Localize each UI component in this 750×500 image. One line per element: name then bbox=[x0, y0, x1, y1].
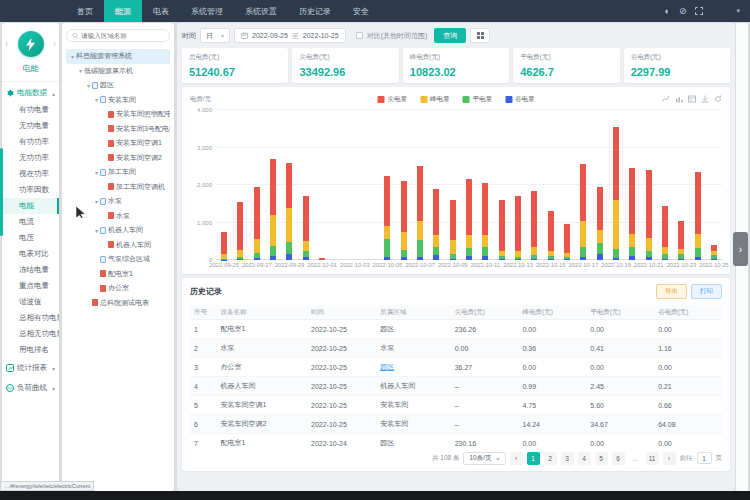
toolbox-save-image-icon[interactable] bbox=[701, 95, 709, 103]
toolbox-data-view-icon[interactable] bbox=[688, 95, 696, 103]
sidebar-item-7[interactable]: 电流 bbox=[2, 214, 59, 230]
page-button-3[interactable]: 3 bbox=[561, 452, 574, 465]
nav-tab-4[interactable]: 系统设置 bbox=[234, 0, 288, 22]
page-button-11[interactable]: 11 bbox=[646, 452, 659, 465]
stacked-bar-2022-09-29[interactable] bbox=[286, 163, 292, 261]
nav-tab-1[interactable]: 能源 bbox=[104, 0, 142, 22]
view-toggle-button[interactable] bbox=[470, 28, 490, 43]
sidebar-item-report[interactable]: 统计报表 ▾ bbox=[2, 358, 59, 378]
tree-node-5[interactable]: 安装车间3号配电机床 bbox=[66, 122, 170, 137]
stacked-bar-2022-10-17[interactable] bbox=[580, 164, 586, 260]
stacked-bar-2022-10-20[interactable] bbox=[629, 168, 635, 260]
sidebar-item-4[interactable]: 视在功率 bbox=[2, 166, 59, 182]
stacked-bar-2022-10-06[interactable] bbox=[401, 181, 407, 260]
page-button-5[interactable]: 5 bbox=[595, 452, 608, 465]
table-cell[interactable]: 园区 bbox=[376, 362, 450, 372]
tree-node-9[interactable]: 加工车间空调机 bbox=[66, 180, 170, 195]
sidebar-item-2[interactable]: 有功功率 bbox=[2, 134, 59, 150]
page-button-2[interactable]: 2 bbox=[544, 452, 557, 465]
sidebar-scrollbar-thumb[interactable] bbox=[0, 148, 3, 236]
next-page-button[interactable]: › bbox=[663, 452, 676, 465]
sidebar-item-10[interactable]: 冻结电量 bbox=[2, 262, 59, 278]
sidebar-item-1[interactable]: 无功电量 bbox=[2, 118, 59, 134]
sidebar-item-13[interactable]: 总相有功电量 bbox=[2, 310, 59, 326]
stacked-bar-2022-10-22[interactable] bbox=[662, 206, 668, 260]
legend-item-2[interactable]: 平电量 bbox=[463, 95, 493, 104]
stacked-bar-2022-10-01[interactable] bbox=[319, 258, 325, 260]
stacked-bar-2022-09-28[interactable] bbox=[270, 159, 276, 260]
date-range-picker[interactable]: 2022-09-25 至 2022-10-25 bbox=[234, 28, 346, 43]
legend-item-0[interactable]: 尖电量 bbox=[378, 95, 408, 104]
stacked-bar-2022-10-12[interactable] bbox=[499, 200, 505, 260]
tree-node-0[interactable]: ▾科恩能源管理系统 bbox=[66, 49, 170, 64]
nav-tab-6[interactable]: 安全 bbox=[342, 0, 380, 22]
stacked-bar-2022-09-30[interactable] bbox=[303, 196, 309, 260]
sidebar-item-8[interactable]: 电压 bbox=[2, 230, 59, 246]
tree-node-8[interactable]: ▾加工车间 bbox=[66, 165, 170, 180]
stacked-bar-2022-10-19[interactable] bbox=[613, 127, 619, 260]
tree-node-6[interactable]: 安装车间空调1 bbox=[66, 136, 170, 151]
theme-icon[interactable]: ◐ bbox=[665, 7, 670, 16]
sidebar-item-load-curve[interactable]: 负荷曲线 ▾ bbox=[2, 378, 59, 398]
tree-node-14[interactable]: 气泵综合区域 bbox=[66, 252, 170, 267]
stacked-bar-2022-10-13[interactable] bbox=[515, 196, 521, 260]
language-icon[interactable]: ⊘ bbox=[679, 7, 687, 16]
toolbox-line-chart-icon[interactable] bbox=[662, 95, 670, 103]
stacked-bar-2022-09-27[interactable] bbox=[254, 187, 260, 260]
fullscreen-icon[interactable] bbox=[695, 7, 703, 15]
stacked-bar-2022-10-08[interactable] bbox=[433, 189, 439, 260]
sidebar-item-14[interactable]: 总相无功电量 bbox=[2, 326, 59, 342]
stacked-bar-2022-09-25[interactable] bbox=[221, 232, 227, 260]
stacked-bar-2022-10-14[interactable] bbox=[531, 191, 537, 260]
sidebar-section-energy-data[interactable]: 电能数据 ▴ bbox=[2, 82, 59, 102]
module-prev-icon[interactable]: ‹ bbox=[5, 39, 8, 49]
page-button-4[interactable]: 4 bbox=[578, 452, 591, 465]
stacked-bar-2022-10-09[interactable] bbox=[450, 200, 456, 260]
stacked-bar-2022-10-21[interactable] bbox=[646, 170, 652, 260]
tree-node-17[interactable]: 总科院测试电表 bbox=[66, 296, 170, 311]
user-menu-caret-icon[interactable]: ▾ bbox=[736, 7, 740, 15]
stacked-bar-2022-10-15[interactable] bbox=[548, 211, 554, 260]
query-button[interactable]: 查询 bbox=[434, 28, 466, 43]
sidebar-item-0[interactable]: 有功电量 bbox=[2, 102, 59, 118]
page-button-1[interactable]: 1 bbox=[527, 452, 540, 465]
granularity-select[interactable]: 日 ▾ bbox=[200, 28, 230, 43]
goto-page-input[interactable] bbox=[697, 452, 712, 464]
sidebar-item-6[interactable]: 电能 bbox=[2, 198, 59, 214]
tree-node-1[interactable]: ▾低碳能源展示机 bbox=[66, 64, 170, 79]
stacked-bar-2022-10-05[interactable] bbox=[384, 176, 390, 260]
page-button-6[interactable]: 6 bbox=[612, 452, 625, 465]
stacked-bar-2022-10-18[interactable] bbox=[597, 187, 603, 260]
nav-tab-5[interactable]: 历史记录 bbox=[288, 0, 342, 22]
tree-node-2[interactable]: ▾园区 bbox=[66, 78, 170, 93]
sidebar-item-5[interactable]: 功率因数 bbox=[2, 182, 59, 198]
nav-tab-2[interactable]: 电表 bbox=[142, 0, 180, 22]
nav-tab-0[interactable]: 首页 bbox=[66, 0, 104, 22]
module-next-icon[interactable]: › bbox=[53, 39, 56, 49]
stacked-bar-2022-10-23[interactable] bbox=[678, 221, 684, 260]
print-button[interactable]: 打印 bbox=[691, 284, 722, 299]
compare-checkbox[interactable] bbox=[356, 32, 363, 39]
sidebar-item-12[interactable]: 谐波值 bbox=[2, 294, 59, 310]
stacked-bar-2022-10-16[interactable] bbox=[564, 224, 570, 260]
energy-module-icon[interactable] bbox=[18, 31, 44, 57]
tree-node-10[interactable]: ▾水泵 bbox=[66, 194, 170, 209]
panel-collapse-button[interactable]: › bbox=[733, 232, 748, 266]
sidebar-item-11[interactable]: 重点电量 bbox=[2, 278, 59, 294]
toolbox-bar-chart-icon[interactable] bbox=[675, 95, 683, 103]
stacked-bar-2022-10-11[interactable] bbox=[482, 183, 488, 260]
tree-node-11[interactable]: 水泵 bbox=[66, 209, 170, 224]
page-size-select[interactable]: 10条/页 ▾ bbox=[463, 452, 505, 465]
tree-node-3[interactable]: ▾安装车间 bbox=[66, 93, 170, 108]
nav-tab-3[interactable]: 系统管理 bbox=[180, 0, 234, 22]
tree-node-7[interactable]: 安装车间空调2 bbox=[66, 151, 170, 166]
export-button[interactable]: 导出 bbox=[656, 284, 687, 299]
tree-node-4[interactable]: 安装车间照明配电电表 bbox=[66, 107, 170, 122]
legend-item-3[interactable]: 谷电量 bbox=[505, 95, 535, 104]
tree-node-13[interactable]: 机器人车间 bbox=[66, 238, 170, 253]
stacked-bar-2022-10-25[interactable] bbox=[711, 245, 717, 260]
prev-page-button[interactable]: ‹ bbox=[510, 452, 523, 465]
tree-search-input[interactable] bbox=[81, 32, 164, 39]
stacked-bar-2022-09-26[interactable] bbox=[237, 202, 243, 260]
sidebar-item-9[interactable]: 电表对比 bbox=[2, 246, 59, 262]
